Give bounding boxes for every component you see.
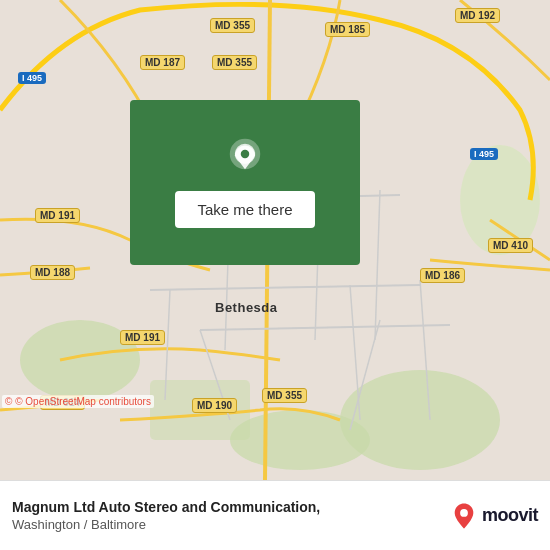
info-bar: Magnum Ltd Auto Stereo and Communication… xyxy=(0,480,550,550)
road-label-md355_mid: MD 355 xyxy=(212,55,257,70)
location-pin-icon xyxy=(223,137,267,181)
osm-attribution: © © OpenStreetMap contributors xyxy=(2,395,154,408)
info-subtitle: Washington / Baltimore xyxy=(12,517,320,532)
svg-point-3 xyxy=(230,410,370,470)
highway-label-i495_left: I 495 xyxy=(18,72,46,84)
moovit-brand-text: moovit xyxy=(482,505,538,526)
svg-point-1 xyxy=(340,370,500,470)
road-label-md192_top: MD 192 xyxy=(455,8,500,23)
road-label-md187_left: MD 187 xyxy=(140,55,185,70)
road-label-md191_mid: MD 191 xyxy=(120,330,165,345)
map-popup: Take me there xyxy=(130,100,360,265)
svg-point-24 xyxy=(241,150,249,158)
take-me-there-button[interactable]: Take me there xyxy=(175,191,314,228)
road-label-md410: MD 410 xyxy=(488,238,533,253)
copyright-icon: © xyxy=(5,396,12,407)
road-label-md188: MD 188 xyxy=(30,265,75,280)
svg-point-25 xyxy=(460,509,468,517)
road-label-md190: MD 190 xyxy=(192,398,237,413)
moovit-pin-icon xyxy=(450,502,478,530)
road-label-md186: MD 186 xyxy=(420,268,465,283)
road-label-md355_top: MD 355 xyxy=(210,18,255,33)
highway-label-i495_right: I 495 xyxy=(470,148,498,160)
info-left: Magnum Ltd Auto Stereo and Communication… xyxy=(12,499,320,532)
road-label-md185: MD 185 xyxy=(325,22,370,37)
road-label-md355_bot: MD 355 xyxy=(262,388,307,403)
city-label: Bethesda xyxy=(215,300,278,315)
road-label-md191_left: MD 191 xyxy=(35,208,80,223)
moovit-logo: moovit xyxy=(450,502,538,530)
info-title: Magnum Ltd Auto Stereo and Communication… xyxy=(12,499,320,515)
map-container: MD 355MD 185MD 192MD 187MD 187MD 355MD 1… xyxy=(0,0,550,480)
